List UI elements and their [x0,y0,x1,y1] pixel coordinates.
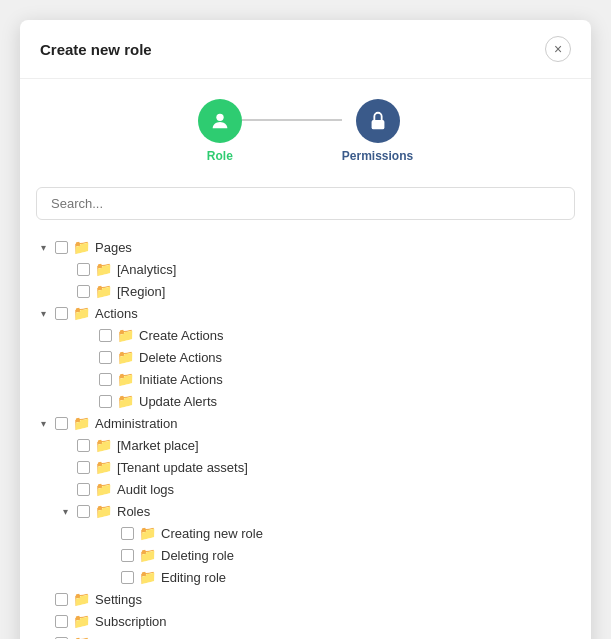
label-users: Users [95,636,129,640]
folder-icon-initiate-actions: 📁 [117,371,134,387]
checkbox-deleting-role[interactable] [121,549,134,562]
label-region: [Region] [117,284,165,299]
folder-icon-deleting-role: 📁 [139,547,156,563]
step-connector [242,119,342,121]
chevron-actions [36,306,50,320]
label-update-alerts: Update Alerts [139,394,217,409]
chevron-pages [36,240,50,254]
checkbox-region[interactable] [77,285,90,298]
label-settings: Settings [95,592,142,607]
folder-icon-settings: 📁 [73,591,90,607]
step-role-circle [198,99,242,143]
person-icon [209,110,231,132]
label-initiate-actions: Initiate Actions [139,372,223,387]
folder-icon-actions: 📁 [73,305,90,321]
folder-icon-roles: 📁 [95,503,112,519]
label-creating-new-role: Creating new role [161,526,263,541]
tree-item-subscription[interactable]: 📁Subscription [36,610,575,632]
label-subscription: Subscription [95,614,167,629]
checkbox-actions[interactable] [55,307,68,320]
tree-item-users[interactable]: 📁Users [36,632,575,639]
folder-icon-administration: 📁 [73,415,90,431]
checkbox-settings[interactable] [55,593,68,606]
checkbox-analytics[interactable] [77,263,90,276]
close-button[interactable]: × [545,36,571,62]
checkbox-create-actions[interactable] [99,329,112,342]
checkbox-pages[interactable] [55,241,68,254]
modal-title: Create new role [40,41,152,58]
checkbox-market-place[interactable] [77,439,90,452]
tree-item-settings[interactable]: 📁Settings [36,588,575,610]
tree-item-actions[interactable]: 📁Actions [36,302,575,324]
checkbox-update-alerts[interactable] [99,395,112,408]
label-audit-logs: Audit logs [117,482,174,497]
step-role-label: Role [207,149,233,163]
tree-item-create-actions[interactable]: 📁Create Actions [80,324,575,346]
folder-icon-delete-actions: 📁 [117,349,134,365]
folder-icon-audit-logs: 📁 [95,481,112,497]
label-market-place: [Market place] [117,438,199,453]
tree-item-roles[interactable]: 📁Roles [58,500,575,522]
checkbox-tenant-update-assets[interactable] [77,461,90,474]
step-role: Role [198,99,242,163]
label-roles: Roles [117,504,150,519]
folder-icon-market-place: 📁 [95,437,112,453]
folder-icon-update-alerts: 📁 [117,393,134,409]
tree-item-administration[interactable]: 📁Administration [36,412,575,434]
step-permissions-label: Permissions [342,149,413,163]
tree-item-update-alerts[interactable]: 📁Update Alerts [80,390,575,412]
tree-item-editing-role[interactable]: 📁Editing role [102,566,575,588]
tree-item-initiate-actions[interactable]: 📁Initiate Actions [80,368,575,390]
label-administration: Administration [95,416,177,431]
tree-item-creating-new-role[interactable]: 📁Creating new role [102,522,575,544]
label-editing-role: Editing role [161,570,226,585]
checkbox-creating-new-role[interactable] [121,527,134,540]
folder-icon-create-actions: 📁 [117,327,134,343]
label-actions: Actions [95,306,138,321]
tree-item-delete-actions[interactable]: 📁Delete Actions [80,346,575,368]
label-pages: Pages [95,240,132,255]
label-delete-actions: Delete Actions [139,350,222,365]
chevron-administration [36,416,50,430]
svg-rect-1 [371,120,384,129]
folder-icon-subscription: 📁 [73,613,90,629]
folder-icon-analytics: 📁 [95,261,112,277]
folder-icon-users: 📁 [73,635,90,639]
tree-item-tenant-update-assets[interactable]: 📁[Tenant update assets] [58,456,575,478]
close-icon: × [554,41,562,57]
step-permissions: Permissions [342,99,413,163]
checkbox-administration[interactable] [55,417,68,430]
tree-item-audit-logs[interactable]: 📁Audit logs [58,478,575,500]
checkbox-audit-logs[interactable] [77,483,90,496]
label-tenant-update-assets: [Tenant update assets] [117,460,248,475]
folder-icon-region: 📁 [95,283,112,299]
folder-icon-tenant-update-assets: 📁 [95,459,112,475]
permissions-tree: 📁Pages📁[Analytics]📁[Region]📁Actions📁Crea… [20,232,591,639]
tree-item-analytics[interactable]: 📁[Analytics] [58,258,575,280]
lock-icon [367,110,389,132]
step-permissions-circle [356,99,400,143]
label-analytics: [Analytics] [117,262,176,277]
label-create-actions: Create Actions [139,328,224,343]
tree-item-deleting-role[interactable]: 📁Deleting role [102,544,575,566]
modal-header: Create new role × [20,20,591,79]
chevron-roles [58,504,72,518]
checkbox-editing-role[interactable] [121,571,134,584]
search-input[interactable] [36,187,575,220]
label-deleting-role: Deleting role [161,548,234,563]
checkbox-initiate-actions[interactable] [99,373,112,386]
stepper: Role Permissions [20,79,591,179]
svg-point-0 [216,114,223,121]
folder-icon-pages: 📁 [73,239,90,255]
checkbox-roles[interactable] [77,505,90,518]
folder-icon-creating-new-role: 📁 [139,525,156,541]
checkbox-delete-actions[interactable] [99,351,112,364]
search-area [20,179,591,232]
create-role-modal: Create new role × Role [20,20,591,639]
checkbox-subscription[interactable] [55,615,68,628]
tree-item-pages[interactable]: 📁Pages [36,236,575,258]
folder-icon-editing-role: 📁 [139,569,156,585]
tree-item-region[interactable]: 📁[Region] [58,280,575,302]
tree-item-market-place[interactable]: 📁[Market place] [58,434,575,456]
